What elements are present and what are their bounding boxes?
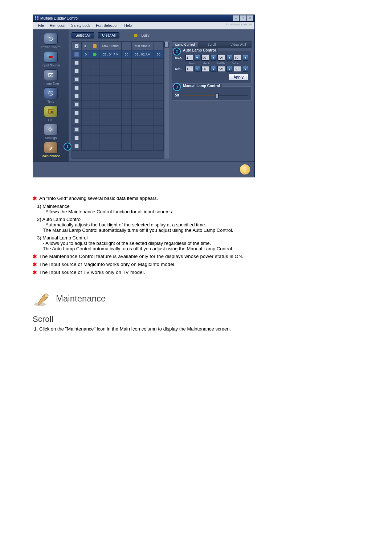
col-min-val — [154, 42, 163, 50]
svg-rect-0 — [35, 16, 36, 18]
sidebar-item-image-size[interactable]: Image Size — [36, 69, 65, 85]
maximize-button[interactable]: □ — [240, 15, 246, 21]
auto-lamp-group: 2 Auto Lamp Control Max. 1 ▾ 00 ▾ AM ▾ 5… — [172, 51, 252, 83]
menubar: File Remocon Safety Lock Port Selection … — [33, 22, 254, 29]
manual-lamp-legend: Manual Lamp Control — [181, 84, 222, 88]
numbered-item-2: 2) Auto Lamp Control — [37, 217, 359, 222]
max-ampm-input[interactable]: AM — [217, 55, 225, 61]
table-row[interactable] — [72, 67, 164, 75]
min-hour-input[interactable]: 1 — [185, 66, 193, 72]
col-max-status: Max Status — [99, 42, 122, 50]
menu-port-selection[interactable]: Port Selection — [93, 24, 121, 28]
info-grid: ID Max Status Min Status 0 — [72, 42, 164, 151]
sidebar-item-power-control[interactable]: Power Control — [36, 33, 65, 49]
max-hour-input[interactable]: 1 — [185, 55, 193, 61]
header-check-icon[interactable] — [74, 44, 79, 48]
section-title: Maintenance — [56, 294, 106, 304]
select-all-button[interactable]: Select All — [72, 32, 94, 38]
tab-lamp-control[interactable]: Lamp Control — [172, 41, 198, 48]
menu-remocon[interactable]: Remocon — [47, 24, 68, 28]
sidebar-item-time[interactable]: Time — [36, 87, 65, 103]
maintenance-section-icon — [33, 290, 52, 307]
svg-point-12 — [45, 294, 48, 297]
main-area: Select All Clear All Busy ID — [69, 29, 254, 161]
min-ampm-input[interactable]: AM — [217, 66, 225, 72]
col-min-status: Min Status — [131, 42, 154, 50]
toolbar: Select All Clear All Busy — [72, 32, 252, 38]
auto-lamp-max-row: Max. 1 ▾ 00 ▾ AM ▾ 50 ▾ — [175, 55, 248, 61]
table-row[interactable] — [72, 117, 164, 126]
dropdown-icon[interactable]: ▾ — [195, 55, 200, 61]
dropdown-icon[interactable]: ▾ — [226, 66, 232, 72]
sub-line: - Allows you to adjust the backlight of … — [43, 241, 359, 246]
table-row[interactable] — [72, 109, 164, 117]
table-row[interactable]: 0 05 : 04 PM 60 03 : 02 AM 80 — [72, 50, 164, 59]
cell-id: 0 — [81, 50, 90, 59]
sidebar-item-pip[interactable]: PIP — [36, 106, 65, 122]
callout-3: 3 — [173, 83, 181, 91]
slider-track[interactable] — [183, 95, 248, 96]
window-controls: – □ ✕ — [233, 15, 253, 21]
menu-help[interactable]: Help — [121, 24, 135, 28]
clear-all-button[interactable]: Clear All — [98, 32, 119, 38]
grid-scrollbar[interactable] — [164, 41, 169, 159]
manual-lamp-slider[interactable]: 50 — [175, 93, 248, 97]
svg-rect-9 — [51, 111, 53, 113]
tab-scroll[interactable]: Scroll — [198, 41, 225, 48]
close-button[interactable]: ✕ — [246, 15, 253, 21]
row-led-icon — [93, 53, 97, 56]
col-id: ID — [81, 42, 90, 50]
slider-thumb[interactable] — [216, 93, 219, 98]
dropdown-icon[interactable]: ▾ — [211, 66, 216, 72]
table-row[interactable] — [72, 126, 164, 134]
menu-file[interactable]: File — [35, 24, 47, 28]
menu-safety-lock[interactable]: Safety Lock — [68, 24, 93, 28]
cell-min-status: 03 : 02 AM — [131, 50, 154, 59]
sidebar-item-maintenance[interactable]: Maintenance — [36, 142, 65, 158]
pip-icon — [44, 106, 58, 117]
workspace: Power Control Input Source Image Size Ti… — [33, 29, 254, 161]
cell-min-val: 80 — [154, 50, 163, 59]
dropdown-icon[interactable]: ▾ — [195, 66, 200, 72]
table-row[interactable] — [72, 75, 164, 84]
table-row[interactable] — [72, 100, 164, 109]
slider-value: 50 — [175, 93, 181, 97]
max-value-input[interactable]: 50 — [234, 55, 241, 61]
table-row[interactable] — [72, 59, 164, 67]
table-row[interactable] — [72, 92, 164, 100]
image-size-icon — [44, 69, 58, 81]
bullet-line: ✱ An "Info Grid" showing several basic d… — [33, 196, 359, 201]
auto-lamp-min-row: Min. 1 ▾ 00 ▾ AM ▾ 50 ▾ — [175, 66, 248, 72]
min-minute-input[interactable]: 00 — [201, 66, 209, 72]
apply-button[interactable]: Apply — [229, 74, 248, 80]
bullet-line: ✱ The Input source of MagicInfo works on… — [33, 262, 359, 267]
dropdown-icon[interactable]: ▾ — [226, 55, 232, 61]
minimize-button[interactable]: – — [233, 15, 239, 21]
cell-max-status: 05 : 04 PM — [99, 50, 122, 59]
svg-rect-6 — [49, 74, 53, 77]
col-max-val — [122, 42, 131, 50]
max-label: Max. — [175, 56, 184, 59]
sidebar-item-input-source[interactable]: Input Source — [36, 51, 65, 67]
table-row[interactable] — [72, 84, 164, 92]
statusbar: ! — [33, 161, 254, 177]
dropdown-icon[interactable]: ▾ — [211, 55, 216, 61]
svg-point-10 — [50, 129, 52, 131]
sub-line: - Automatically adjusts the backlight of… — [43, 222, 359, 227]
power-icon — [44, 33, 58, 45]
app-window: Multiple Display Control – □ ✕ File Remo… — [33, 15, 255, 177]
dropdown-icon[interactable]: ▾ — [243, 55, 248, 61]
tab-video-wall[interactable]: Video Wall — [225, 41, 252, 48]
table-row[interactable] — [72, 142, 164, 151]
app-icon — [34, 16, 39, 20]
max-minute-input[interactable]: 00 — [201, 55, 209, 61]
dropdown-icon[interactable]: ▾ — [243, 66, 248, 72]
min-value-input[interactable]: 50 — [234, 66, 241, 72]
sidebar-item-label: Power Control — [36, 45, 65, 49]
star-icon: ✱ — [33, 196, 37, 201]
busy-indicator-icon — [134, 34, 138, 37]
table-row[interactable] — [72, 134, 164, 142]
settings-icon — [44, 124, 58, 135]
row-check-icon[interactable] — [74, 52, 79, 57]
sidebar-item-settings[interactable]: Settings — [36, 124, 65, 140]
